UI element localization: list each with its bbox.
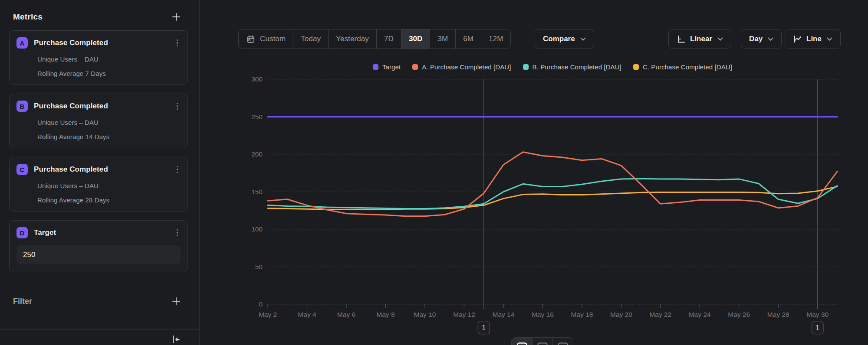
collapse-sidebar-button[interactable] [170, 333, 182, 345]
collapse-left-icon [171, 334, 181, 345]
x-axis-label: May 28 [767, 311, 789, 318]
x-axis-label: May 4 [298, 311, 316, 318]
metric-event: Unique Users – DAU [37, 55, 181, 63]
x-axis-label: May 24 [689, 311, 711, 318]
x-axis-label: May 8 [376, 311, 395, 318]
kebab-menu-icon[interactable] [174, 101, 181, 112]
x-axis-label: May 26 [728, 311, 750, 318]
metric-badge-a: A [16, 37, 28, 49]
x-axis-label: May 20 [610, 311, 632, 318]
plus-icon [171, 12, 181, 22]
metric-badge-b: B [16, 101, 28, 112]
metric-badge-c: C [16, 164, 28, 175]
metric-title: Purchase Completed [34, 165, 174, 174]
y-axis-label: 200 [251, 150, 263, 158]
annotation-badge-label: 1 [815, 324, 819, 332]
x-axis-label: May 18 [571, 311, 593, 318]
target-card-wrap: D Target [0, 220, 199, 272]
chart-view-icon [517, 342, 527, 345]
kebab-menu-icon[interactable] [174, 228, 181, 238]
metric-transform: Rolling Average 7 Days [37, 70, 181, 77]
view-toggle-table[interactable] [552, 338, 573, 345]
sidebar: Metrics APurchase CompletedUnique Users … [0, 0, 200, 345]
metric-transform: Rolling Average 28 Days [37, 196, 181, 204]
target-card-title: Target [34, 228, 174, 237]
x-axis-label: May 22 [649, 311, 671, 318]
series-c [268, 186, 837, 209]
app-root: Metrics APurchase CompletedUnique Users … [0, 0, 868, 345]
x-axis-label: May 14 [492, 311, 514, 318]
y-axis-label: 100 [251, 225, 263, 233]
series-b [268, 179, 837, 208]
add-filter-button[interactable] [171, 296, 182, 307]
x-axis-label: May 30 [806, 311, 829, 318]
x-axis-label: May 6 [337, 311, 355, 318]
kebab-menu-icon[interactable] [174, 38, 181, 49]
target-value-input[interactable] [16, 245, 181, 264]
series-a [268, 152, 837, 216]
metric-card-a[interactable]: APurchase CompletedUnique Users – DAURol… [9, 30, 188, 85]
annotation-badge-label: 1 [482, 324, 486, 332]
metric-card-header: CPurchase Completed [16, 164, 181, 175]
metric-badge-d: D [16, 227, 28, 238]
table-view-icon [558, 342, 568, 345]
metric-title: Purchase Completed [34, 39, 174, 47]
filter-section: Filter [0, 281, 199, 307]
sidebar-header: Metrics [0, 0, 199, 23]
metric-card-header: BPurchase Completed [16, 101, 181, 112]
y-axis-label: 150 [251, 188, 263, 195]
main-panel: CustomTodayYesterday7D30D3M6M12M Compare… [200, 0, 868, 345]
x-axis-label: May 12 [453, 311, 475, 318]
y-axis-label: 300 [251, 75, 263, 83]
filter-section-title: Filter [13, 297, 32, 306]
split-view-icon [537, 342, 548, 345]
sidebar-footer [0, 329, 199, 345]
metric-event: Unique Users – DAU [37, 119, 181, 126]
metric-card-list: APurchase CompletedUnique Users – DAURol… [0, 23, 199, 212]
x-axis-label: May 2 [259, 311, 277, 318]
y-axis-label: 50 [255, 263, 263, 270]
view-toggle-chart[interactable] [512, 338, 532, 345]
plus-icon [171, 296, 181, 306]
metric-event: Unique Users – DAU [37, 182, 181, 189]
y-axis-label: 0 [259, 300, 263, 308]
x-axis-label: May 16 [532, 311, 554, 318]
metric-card-b[interactable]: BPurchase CompletedUnique Users – DAURol… [9, 94, 188, 148]
kebab-menu-icon[interactable] [174, 164, 181, 175]
metric-transform: Rolling Average 14 Days [37, 133, 181, 140]
line-chart: 050100150200250300May 2May 4May 6May 8Ma… [200, 0, 868, 345]
y-axis-label: 250 [251, 113, 263, 120]
target-card[interactable]: D Target [9, 220, 188, 272]
metric-card-c[interactable]: CPurchase CompletedUnique Users – DAURol… [9, 157, 188, 212]
metric-title: Purchase Completed [34, 102, 174, 111]
x-axis-label: May 10 [414, 311, 436, 318]
view-toggle-split[interactable] [532, 338, 552, 345]
target-card-header: D Target [16, 227, 181, 238]
add-metric-button[interactable] [171, 11, 182, 23]
metrics-section-title: Metrics [13, 12, 43, 22]
view-toggle-control [511, 337, 573, 345]
metric-card-header: APurchase Completed [16, 37, 181, 49]
